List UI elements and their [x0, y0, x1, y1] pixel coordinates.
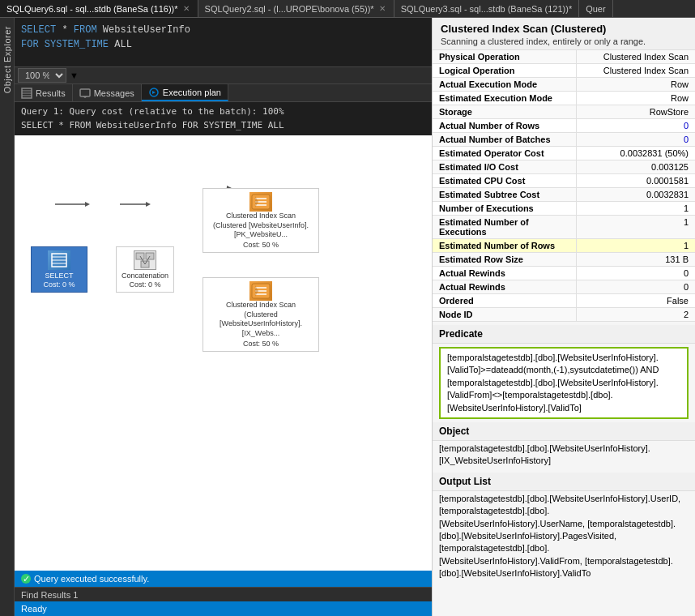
prop-key: Number of Executions [433, 202, 577, 215]
ready-bar: Ready [15, 601, 432, 616]
plan-flow: SELECT Cost: 0 % [23, 143, 424, 360]
tab-close-icon[interactable]: ✕ [181, 4, 191, 13]
prop-val: False [577, 294, 695, 307]
execution-plan-icon [148, 87, 160, 98]
concat-cost: Cost: 0 % [130, 280, 161, 289]
tab-bar: SQLQuery6.sql - sql...stdb (BaneSa (116)… [0, 0, 695, 18]
prop-estimated-num-rows: Estimated Number of Rows 1 [433, 239, 695, 253]
prop-estimated-cpu-cost: Estimated CPU Cost 0.0001581 [433, 174, 695, 188]
branch-area: Clustered Index Scan (Clustered [Website… [203, 188, 319, 352]
scan1-node[interactable]: Clustered Index Scan (Clustered [Website… [203, 188, 319, 253]
prop-val: 0.0001581 [577, 174, 695, 187]
prop-val: 0.003125 [577, 160, 695, 173]
prop-key: Physical Operation [433, 50, 577, 63]
prop-val: RowStore [577, 105, 695, 118]
status-text: Query executed successfully. [34, 574, 149, 584]
content-area: SELECT * FROM SELECT * FROM WebsiteUserI… [15, 18, 695, 616]
prop-val: 0 [577, 280, 695, 293]
bottom-tabs: Results Messages Execution plan [15, 84, 432, 102]
object-section: Object [433, 422, 695, 441]
sidebar: Object Explorer [0, 18, 15, 616]
prop-key: Estimated CPU Cost [433, 174, 577, 187]
prop-actual-rewinds: Actual Rewinds 0 [433, 267, 695, 280]
prop-val: Clustered Index Scan [577, 64, 695, 77]
prop-val: 1 [577, 216, 695, 238]
concatenation-node[interactable]: Concatenation Cost: 0 % [116, 246, 174, 293]
prop-physical-operation: Physical Operation Clustered Index Scan [433, 50, 695, 64]
prop-key: Estimated Row Size [433, 253, 577, 266]
tab-sqlquery3[interactable]: SQLQuery3.sql - sql...stdb (BaneSa (121)… [394, 0, 580, 17]
predicate-section: Predicate [433, 325, 695, 344]
prop-val: 0.0032831 [577, 188, 695, 201]
predicate-text: [temporalstagetestdb].[dbo].[WebsiteUser… [439, 347, 689, 419]
prop-estimated-exec-mode: Estimated Execution Mode Row [433, 92, 695, 105]
prop-key: Actual Number of Batches [433, 133, 577, 146]
tab-label: Quer [586, 4, 605, 14]
split-pane: SELECT * FROM SELECT * FROM WebsiteUserI… [15, 18, 695, 616]
svg-rect-4 [80, 89, 90, 96]
tab-messages-label: Messages [94, 88, 134, 98]
prop-key: Estimated Subtree Cost [433, 188, 577, 201]
prop-val: 0 [577, 119, 695, 132]
prop-val: Clustered Index Scan [577, 50, 695, 63]
prop-estimated-op-cost: Estimated Operator Cost 0.0032831 (50%) [433, 147, 695, 160]
tab-sqlquery2[interactable]: SQLQuery2.sql - (l...UROPE\bonova (55))*… [198, 0, 394, 17]
prop-estimated-row-size: Estimated Row Size 131 B [433, 253, 695, 267]
find-bar: Find Results 1 [15, 587, 432, 601]
plan-canvas[interactable]: SELECT Cost: 0 % [15, 135, 432, 571]
scan2-icon [249, 281, 272, 301]
output-section: Output List [433, 473, 695, 491]
ready-text: Ready [21, 604, 47, 614]
prop-actual-batches: Actual Number of Batches 0 [433, 133, 695, 147]
concat-label: Concatenation [122, 272, 168, 280]
prop-key: Estimated Execution Mode [433, 92, 577, 105]
tab-messages[interactable]: Messages [73, 84, 142, 101]
props-rows: Physical Operation Clustered Index Scan … [433, 50, 695, 322]
tab-sqlquery6[interactable]: SQLQuery6.sql - sql...stdb (BaneSa (116)… [0, 0, 198, 17]
scan1-icon [249, 192, 272, 212]
prop-key: Estimated Operator Cost [433, 147, 577, 160]
prop-node-id: Node ID 2 [433, 308, 695, 322]
prop-key: Logical Operation [433, 64, 577, 77]
scan2-label: Clustered Index Scan (Clustered [Website… [208, 301, 313, 339]
prop-val: Row [577, 92, 695, 105]
right-panel: Clustered Index Scan (Clustered) Scannin… [432, 18, 695, 616]
scan2-cost: Cost: 50 % [243, 340, 279, 348]
tab-quer[interactable]: Quer [579, 0, 612, 17]
prop-logical-operation: Logical Operation Clustered Index Scan [433, 64, 695, 78]
select-icon [48, 250, 70, 270]
prop-storage: Storage RowStore [433, 105, 695, 119]
prop-val: 131 B [577, 253, 695, 266]
prop-key: Storage [433, 105, 577, 118]
prop-val: 2 [577, 308, 695, 321]
zoom-arrow-icon: ▼ [70, 71, 79, 80]
zoom-select[interactable]: 100 % [18, 68, 66, 83]
left-panel: SELECT * FROM SELECT * FROM WebsiteUserI… [15, 18, 432, 616]
prop-key: Estimated Number of Executions [433, 216, 577, 238]
prop-key: Actual Rewinds [433, 280, 577, 293]
tab-label: SQLQuery6.sql - sql...stdb (BaneSa (116)… [6, 4, 178, 14]
query-info: Query 1: Query cost (relative to the bat… [15, 102, 432, 135]
tab-execution-plan[interactable]: Execution plan [142, 84, 228, 101]
prop-key: Estimated I/O Cost [433, 160, 577, 173]
zoom-bar: 100 % ▼ [15, 66, 432, 84]
tab-results[interactable]: Results [15, 84, 73, 101]
prop-actual-exec-mode: Actual Execution Mode Row [433, 78, 695, 92]
tab-close-icon[interactable]: ✕ [377, 4, 387, 13]
prop-actual-rewinds2: Actual Rewinds 0 [433, 280, 695, 294]
status-bar: ✓ Query executed successfully. [15, 571, 432, 587]
prop-val: 0 [577, 133, 695, 146]
prop-key: Ordered [433, 294, 577, 307]
scan2-node[interactable]: Clustered Index Scan (Clustered [Website… [203, 277, 319, 352]
prop-key: Actual Execution Mode [433, 78, 577, 91]
prop-val: 1 [577, 202, 695, 215]
status-success: ✓ Query executed successfully. [21, 574, 149, 584]
results-icon [21, 88, 32, 99]
select-node[interactable]: SELECT Cost: 0 % [31, 246, 87, 293]
tab-execution-label: Execution plan [163, 88, 221, 97]
prop-estimated-io-cost: Estimated I/O Cost 0.003125 [433, 160, 695, 174]
code-editor[interactable]: SELECT * FROM SELECT * FROM WebsiteUserI… [15, 18, 432, 66]
select-cost: Cost: 0 % [43, 280, 75, 289]
tab-label: SQLQuery2.sql - (l...UROPE\bonova (55))* [205, 4, 374, 14]
status-dot-icon: ✓ [21, 574, 31, 584]
